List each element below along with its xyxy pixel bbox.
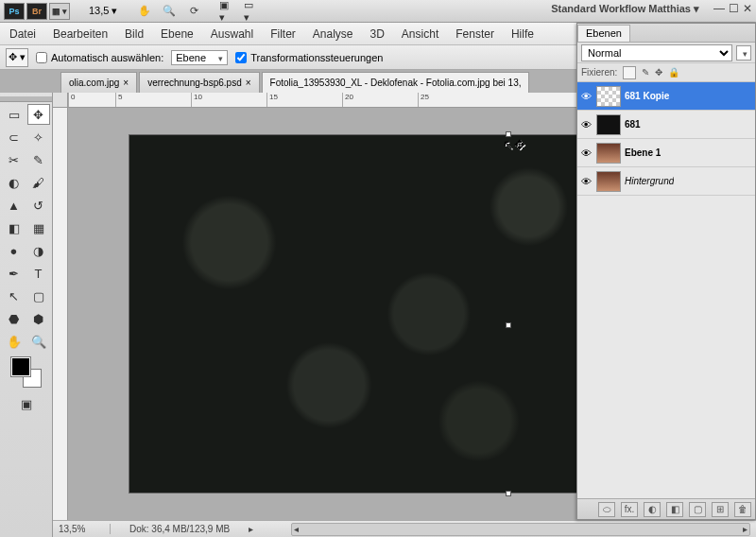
layer-name[interactable]: Ebene 1 (625, 147, 661, 158)
menu-fenster[interactable]: Fenster (455, 27, 494, 41)
ruler-vertical[interactable] (53, 108, 68, 520)
layer-thumbnail[interactable] (596, 86, 621, 107)
screen-mode-icon[interactable]: ▭ ▾ (244, 3, 261, 20)
eyedropper-tool[interactable]: ✎ (27, 149, 50, 170)
rotate-view-icon[interactable]: ⟳ (185, 3, 202, 20)
menu-analyse[interactable]: Analyse (313, 27, 353, 41)
auto-select-target[interactable]: Ebene (171, 50, 228, 65)
opacity-dropdown[interactable] (736, 45, 751, 61)
lock-label: Fixieren: (581, 67, 617, 78)
pen-tool[interactable]: ✒ (3, 263, 26, 284)
dodge-tool[interactable]: ◑ (27, 240, 50, 261)
group-icon[interactable]: ▢ (689, 502, 706, 517)
zoom-percent[interactable]: 13,5% (59, 524, 111, 534)
transform-handle[interactable] (506, 131, 511, 137)
hand-icon[interactable]: ✋ (136, 3, 153, 20)
auto-select-checkbox[interactable]: Automatisch auswählen: (36, 52, 163, 63)
lasso-tool[interactable]: ⊂ (3, 127, 26, 147)
delete-layer-icon[interactable]: 🗑 (734, 502, 751, 517)
tab-doc-3[interactable]: Fotolia_13953930_XL - Deklofenak - Fotol… (262, 72, 530, 93)
tab-doc-2[interactable]: verrechnung-bsp6.psd× (139, 72, 259, 93)
history-brush-tool[interactable]: ↺ (27, 195, 50, 216)
layer-name[interactable]: 681 Kopie (625, 91, 669, 101)
link-layers-icon[interactable]: ⬭ (598, 502, 615, 517)
status-bar: 13,5% Dok: 36,4 MB/123,9 MB ▸ ◂▸ (53, 520, 756, 537)
minimize-button[interactable]: — (713, 2, 725, 15)
br-icon[interactable]: Br (26, 3, 47, 20)
tab-doc-1[interactable]: olia.com.jpg× (60, 72, 137, 93)
lock-pixels-icon[interactable]: ✎ (642, 67, 649, 78)
layer-thumbnail[interactable] (596, 143, 621, 164)
path-select-tool[interactable]: ↖ (3, 286, 26, 306)
zoom-tool[interactable]: 🔍 (27, 331, 50, 352)
layer-thumbnail[interactable] (596, 171, 621, 192)
layer-name[interactable]: 681 (625, 119, 641, 130)
active-tool-preset[interactable]: ✥ ▾ (6, 48, 28, 67)
move-tool[interactable]: ✥ (27, 104, 50, 125)
layer-row[interactable]: 👁 Ebene 1 (577, 139, 755, 167)
arrange-icon[interactable]: ▣ ▾ (219, 3, 236, 20)
layer-thumbnail[interactable] (596, 114, 621, 135)
panel-tab-layers[interactable]: Ebenen (577, 25, 630, 42)
menu-auswahl[interactable]: Auswahl (211, 27, 253, 41)
gradient-tool[interactable]: ▦ (27, 217, 50, 238)
crop-tool[interactable]: ✂ (3, 149, 26, 170)
layer-row[interactable]: 👁 681 Kopie (577, 82, 755, 111)
shape-tool[interactable]: ▢ (27, 286, 50, 306)
scrollbar-horizontal[interactable]: ◂▸ (291, 523, 750, 536)
menu-bearbeiten[interactable]: Bearbeiten (53, 27, 108, 41)
lock-transparency-icon[interactable] (623, 66, 636, 79)
menu-hilfe[interactable]: Hilfe (511, 27, 534, 41)
wand-tool[interactable]: ✧ (27, 127, 50, 147)
transform-controls-checkbox[interactable]: Transformationssteuerungen (235, 52, 383, 63)
type-tool[interactable]: T (27, 263, 50, 284)
layer-row[interactable]: 👁 681 (577, 111, 755, 139)
close-button[interactable]: ✕ (743, 2, 752, 15)
heal-tool[interactable]: ◐ (3, 172, 26, 193)
stamp-tool[interactable]: ▲ (3, 195, 26, 216)
layer-row[interactable]: 👁 Hintergrund (577, 167, 755, 196)
lock-all-icon[interactable]: 🔒 (668, 67, 679, 78)
marquee-tool[interactable]: ▭ (3, 104, 26, 125)
maximize-button[interactable]: ☐ (729, 2, 739, 15)
zoom-icon[interactable]: 🔍 (161, 3, 178, 20)
quickmask-toggle[interactable]: ▣ (15, 393, 38, 414)
menu-3d[interactable]: 3D (370, 27, 385, 41)
transform-handle[interactable] (506, 322, 511, 328)
ps-icon[interactable]: Ps (4, 3, 25, 20)
new-layer-icon[interactable]: ⊞ (712, 502, 729, 517)
menu-ebene[interactable]: Ebene (161, 27, 194, 41)
color-swatches[interactable] (11, 357, 42, 388)
close-icon[interactable]: × (123, 78, 129, 88)
menu-ansicht[interactable]: Ansicht (402, 27, 438, 41)
workspace-switcher[interactable]: Standard Workflow Matthias ▾ (551, 3, 699, 15)
foreground-color[interactable] (11, 357, 30, 376)
visibility-toggle-icon[interactable]: 👁 (579, 90, 593, 103)
brush-tool[interactable]: 🖌 (27, 172, 50, 193)
3d-tool[interactable]: ⬣ (3, 308, 26, 329)
lock-position-icon[interactable]: ✥ (655, 67, 662, 78)
layer-fx-icon[interactable]: fx. (621, 502, 638, 517)
toolbox: ▭ ✥ ⊂ ✧ ✂ ✎ ◐ 🖌 ▲ ↺ ◧ ▦ ● ◑ ✒ T ↖ ▢ ⬣ ⬢ … (0, 93, 53, 537)
ruler-origin[interactable] (53, 93, 68, 108)
close-icon[interactable]: × (246, 78, 251, 88)
document-canvas[interactable] (129, 134, 629, 494)
blur-tool[interactable]: ● (3, 240, 26, 261)
adjustment-layer-icon[interactable]: ◧ (666, 502, 683, 517)
doc-size-info[interactable]: Dok: 36,4 MB/123,9 MB (129, 524, 230, 534)
menu-datei[interactable]: Datei (9, 27, 36, 41)
menu-filter[interactable]: Filter (270, 27, 296, 41)
3d-camera-tool[interactable]: ⬢ (27, 308, 50, 329)
eraser-tool[interactable]: ◧ (3, 217, 26, 238)
zoom-select[interactable]: 13,5 ▾ (89, 5, 117, 17)
blend-mode-select[interactable]: Normal (581, 44, 732, 61)
visibility-toggle-icon[interactable]: 👁 (579, 118, 593, 131)
minibridge-icon[interactable]: ▦ ▾ (49, 3, 70, 20)
visibility-toggle-icon[interactable]: 👁 (579, 175, 593, 188)
layer-name[interactable]: Hintergrund (625, 176, 674, 186)
transform-handle[interactable] (506, 491, 511, 496)
layer-mask-icon[interactable]: ◐ (644, 502, 661, 517)
visibility-toggle-icon[interactable]: 👁 (579, 147, 593, 160)
hand-tool[interactable]: ✋ (3, 331, 26, 352)
menu-bild[interactable]: Bild (125, 27, 144, 41)
